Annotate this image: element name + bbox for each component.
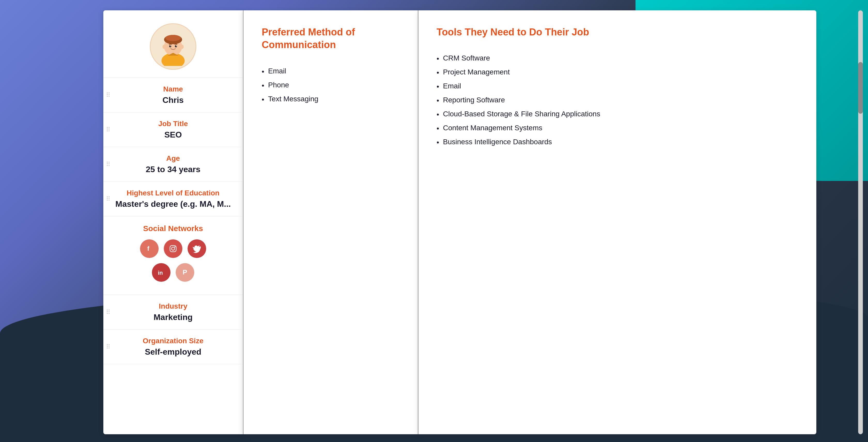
- svg-text:in: in: [158, 270, 163, 276]
- svg-point-6: [175, 45, 177, 47]
- list-item: Phone: [262, 78, 400, 92]
- comm-method-phone: Phone: [268, 81, 289, 89]
- tool-reporting: Reporting Software: [443, 96, 505, 104]
- list-item: Business Intelligence Dashboards: [437, 135, 798, 149]
- social-icons-row-1: f: [114, 239, 232, 258]
- comm-method-email: Email: [268, 67, 286, 75]
- tool-bi: Business Intelligence Dashboards: [443, 138, 552, 146]
- job-title-value: SEO: [114, 130, 232, 140]
- tools-title: Tools They Need to Do Their Job: [437, 26, 798, 38]
- education-section: Highest Level of Education Master's degr…: [103, 182, 243, 216]
- age-section: Age 25 to 34 years: [103, 147, 243, 182]
- svg-point-4: [165, 35, 181, 41]
- svg-text:f: f: [147, 245, 150, 252]
- svg-point-5: [169, 45, 171, 47]
- svg-point-7: [170, 46, 171, 46]
- org-size-value: Self-employed: [114, 347, 232, 357]
- list-item: Cloud-Based Storage & File Sharing Appli…: [437, 107, 798, 121]
- org-size-section: Organization Size Self-employed: [103, 330, 243, 364]
- list-item: Email: [437, 79, 798, 93]
- job-title-section: Job Title SEO: [103, 113, 243, 147]
- communication-list: Email Phone Text Messaging: [262, 64, 400, 106]
- svg-text:P: P: [183, 268, 187, 276]
- name-section: Name Chris: [103, 78, 243, 113]
- main-container: Name Chris Job Title SEO Age 25 to 34 ye…: [103, 10, 816, 434]
- list-item: Content Management Systems: [437, 121, 798, 135]
- org-size-label: Organization Size: [114, 337, 232, 345]
- industry-value: Marketing: [114, 313, 232, 322]
- social-networks-section: Social Networks f: [103, 216, 243, 295]
- tool-email: Email: [443, 82, 461, 90]
- facebook-icon[interactable]: f: [140, 239, 159, 258]
- industry-section: Industry Marketing: [103, 295, 243, 330]
- svg-point-14: [175, 246, 176, 247]
- svg-point-9: [162, 45, 165, 49]
- list-item: Project Management: [437, 65, 798, 79]
- comm-method-text: Text Messaging: [268, 95, 318, 103]
- tool-pm: Project Management: [443, 68, 510, 76]
- age-label: Age: [114, 154, 232, 163]
- social-icons-row-2: in P: [114, 263, 232, 282]
- list-item: Email: [262, 64, 400, 78]
- name-value: Chris: [114, 95, 232, 105]
- education-label: Highest Level of Education: [114, 189, 232, 197]
- tool-crm: CRM Software: [443, 54, 490, 62]
- persona-card: Name Chris Job Title SEO Age 25 to 34 ye…: [103, 10, 243, 434]
- list-item: CRM Software: [437, 52, 798, 65]
- svg-point-10: [181, 45, 184, 49]
- communication-title: Preferred Method of Communication: [262, 26, 400, 52]
- name-label: Name: [114, 85, 232, 93]
- list-item: Reporting Software: [437, 93, 798, 107]
- list-item: Text Messaging: [262, 92, 400, 106]
- industry-label: Industry: [114, 302, 232, 311]
- linkedin-icon[interactable]: in: [152, 263, 170, 282]
- instagram-icon[interactable]: [164, 239, 182, 258]
- social-networks-title: Social Networks: [114, 224, 232, 233]
- pinterest-icon[interactable]: P: [176, 263, 194, 282]
- age-value: 25 to 34 years: [114, 165, 232, 174]
- avatar: [150, 23, 196, 70]
- twitter-icon[interactable]: [188, 239, 206, 258]
- job-title-label: Job Title: [114, 120, 232, 128]
- avatar-section: [103, 10, 243, 78]
- svg-point-8: [176, 46, 177, 46]
- tools-list: CRM Software Project Management Email Re…: [437, 52, 798, 149]
- communication-card: Preferred Method of Communication Email …: [243, 10, 418, 434]
- tools-card: Tools They Need to Do Their Job CRM Soft…: [418, 10, 816, 434]
- education-value: Master's degree (e.g. MA, M...: [114, 199, 232, 209]
- scrollbar-track[interactable]: [858, 10, 863, 434]
- scrollbar-thumb[interactable]: [858, 62, 863, 114]
- tool-cms: Content Management Systems: [443, 124, 542, 132]
- tool-cloud: Cloud-Based Storage & File Sharing Appli…: [443, 110, 600, 118]
- svg-point-13: [172, 247, 175, 250]
